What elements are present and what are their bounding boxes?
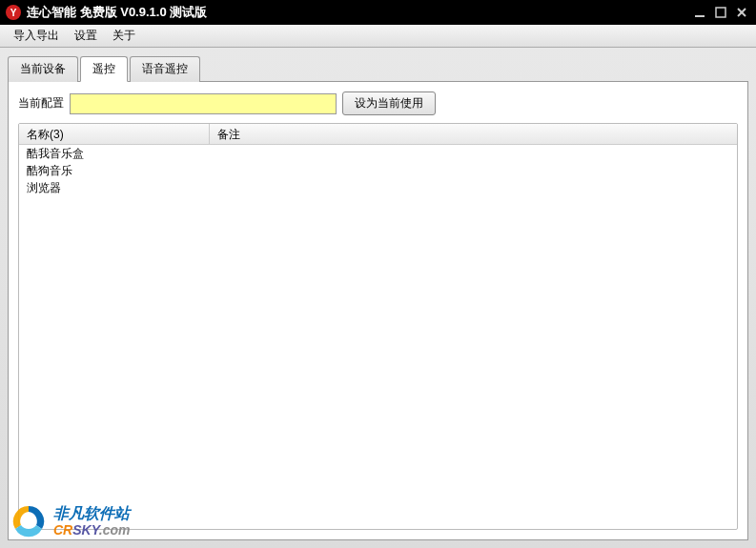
tabs-container: 当前设备 遥控 语音遥控	[8, 55, 748, 82]
list-cell-remark	[210, 187, 737, 189]
svg-rect-1	[716, 8, 725, 17]
config-label: 当前配置	[18, 95, 64, 112]
titlebar[interactable]: Y 连心智能 免费版 V0.9.1.0 测试版	[0, 0, 756, 25]
list-body: 酷我音乐盒 酷狗音乐 浏览器	[19, 145, 737, 529]
titlebar-left: Y 连心智能 免费版 V0.9.1.0 测试版	[6, 4, 207, 21]
tab-remote[interactable]: 遥控	[80, 56, 128, 82]
list-cell-name: 浏览器	[19, 179, 210, 197]
app-window: Y 连心智能 免费版 V0.9.1.0 测试版 导入导出	[0, 0, 756, 548]
menu-about[interactable]: 关于	[105, 25, 143, 47]
list-item[interactable]: 酷我音乐盒	[19, 145, 737, 162]
svg-rect-0	[695, 15, 705, 17]
list-header: 名称(3) 备注	[19, 124, 737, 145]
list-cell-remark	[210, 170, 737, 172]
minimize-icon	[694, 7, 705, 18]
window-controls	[691, 5, 750, 20]
column-header-remark[interactable]: 备注	[210, 124, 737, 144]
content-area: 当前设备 遥控 语音遥控 当前配置 设为当前使用 名称(3) 备注 酷我音乐盒	[0, 48, 756, 548]
list-item[interactable]: 酷狗音乐	[19, 162, 737, 179]
list-cell-name: 酷狗音乐	[19, 162, 210, 180]
column-header-name[interactable]: 名称(3)	[19, 124, 210, 144]
menu-import-export[interactable]: 导入导出	[6, 25, 67, 47]
set-current-button[interactable]: 设为当前使用	[342, 91, 436, 115]
config-row: 当前配置 设为当前使用	[18, 91, 738, 115]
config-input[interactable]	[70, 93, 337, 114]
list-item[interactable]: 浏览器	[19, 179, 737, 196]
list-cell-remark	[210, 152, 737, 154]
menu-settings[interactable]: 设置	[67, 25, 105, 47]
window-title: 连心智能 免费版 V0.9.1.0 测试版	[27, 4, 207, 21]
list-container: 名称(3) 备注 酷我音乐盒 酷狗音乐 浏览器	[18, 123, 738, 530]
minimize-button[interactable]	[691, 5, 708, 20]
tab-voice-remote[interactable]: 语音遥控	[130, 56, 200, 82]
close-button[interactable]	[733, 5, 750, 20]
tab-content: 当前配置 设为当前使用 名称(3) 备注 酷我音乐盒 酷狗音乐	[8, 82, 748, 540]
maximize-button[interactable]	[712, 5, 729, 20]
menubar: 导入导出 设置 关于	[0, 25, 756, 48]
list-cell-name: 酷我音乐盒	[19, 145, 210, 163]
close-icon	[736, 7, 747, 18]
tab-current-device[interactable]: 当前设备	[8, 56, 78, 82]
app-icon: Y	[6, 5, 21, 20]
maximize-icon	[715, 7, 726, 18]
